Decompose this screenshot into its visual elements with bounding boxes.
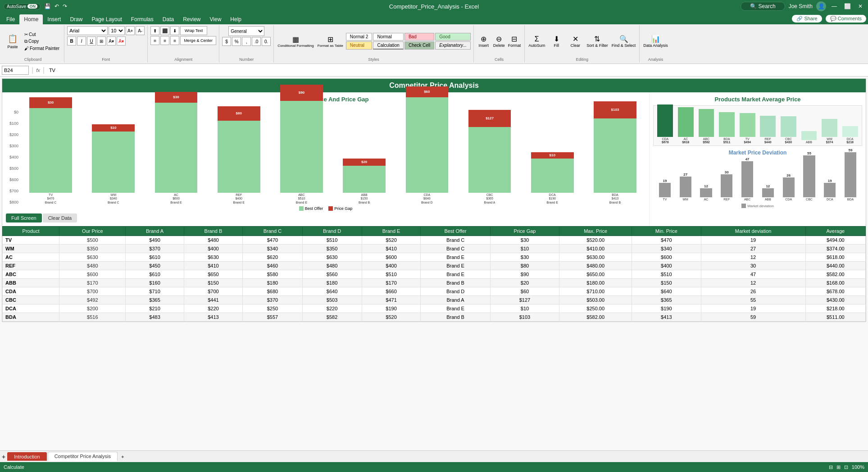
table-cell[interactable]: $520 (362, 313, 421, 322)
cut-button[interactable]: ✂ Cut (23, 32, 61, 37)
table-cell[interactable]: $350 (302, 245, 362, 253)
table-cell[interactable]: Brand C (421, 245, 490, 253)
decrease-decimal-btn[interactable]: 0. (262, 37, 271, 46)
table-cell[interactable]: Brand D (421, 287, 490, 296)
table-cell[interactable]: Brand C (421, 236, 490, 245)
table-cell[interactable]: $168.00 (805, 279, 865, 287)
table-cell[interactable]: $210 (126, 304, 184, 313)
table-cell[interactable]: $410.00 (559, 245, 632, 253)
table-cell[interactable]: $250.00 (559, 304, 632, 313)
table-cell[interactable]: $600 (362, 253, 421, 262)
comma-btn[interactable]: , (242, 37, 251, 46)
table-cell[interactable]: $630.00 (559, 253, 632, 262)
table-cell[interactable]: $503 (302, 296, 362, 304)
table-cell[interactable]: $400 (184, 245, 243, 253)
full-screen-btn[interactable]: Full Screen (6, 213, 42, 222)
table-cell[interactable]: $710 (126, 287, 184, 296)
table-cell[interactable]: $700 (59, 287, 126, 296)
merge-center-btn[interactable]: Merge & Center (180, 36, 216, 45)
table-cell[interactable]: $618.00 (805, 253, 865, 262)
cell-reference[interactable] (2, 66, 29, 75)
wrap-text-btn[interactable]: Wrap Text (180, 26, 207, 35)
insert-btn[interactable]: ⊕ Insert (477, 34, 491, 49)
redo-icon[interactable]: ↷ (63, 3, 67, 9)
autosave-toggle[interactable]: AutoSave ON (4, 3, 41, 10)
table-cell[interactable]: 12 (701, 253, 805, 262)
sort-filter-btn[interactable]: ⇅ Sort & Filter (586, 34, 609, 49)
table-cell[interactable]: $190 (632, 304, 701, 313)
table-cell[interactable]: $200 (59, 304, 126, 313)
tab-formulas[interactable]: Formulas (127, 14, 158, 24)
increase-decimal-btn[interactable]: .0 (252, 37, 261, 46)
font-name-select[interactable]: Arial (67, 26, 108, 35)
table-cell[interactable]: 12 (701, 279, 805, 287)
copy-button[interactable]: ⧉ Copy (23, 38, 61, 45)
table-cell[interactable]: WM (3, 245, 59, 253)
table-cell[interactable]: $410 (362, 245, 421, 253)
table-cell[interactable]: 26 (701, 287, 805, 296)
number-format-select[interactable]: General (228, 26, 264, 36)
table-cell[interactable]: $413 (632, 313, 701, 322)
comments-btn[interactable]: 💬 Comments (826, 15, 866, 23)
add-new-sheet-btn[interactable]: + (118, 453, 127, 461)
bold-btn[interactable]: B (67, 36, 76, 45)
table-cell[interactable]: $103 (490, 313, 559, 322)
table-cell[interactable]: TV (3, 236, 59, 245)
align-center-btn[interactable]: ≡ (160, 36, 169, 45)
align-middle-btn[interactable]: ⬛ (160, 26, 169, 35)
tab-draw[interactable]: Draw (65, 14, 87, 24)
undo-icon[interactable]: ↶ (55, 3, 59, 9)
tab-file[interactable]: File (2, 14, 19, 24)
table-cell[interactable]: $620 (243, 253, 302, 262)
format-painter-button[interactable]: 🖌 Format Painter (23, 45, 61, 51)
table-cell[interactable]: $127 (490, 296, 559, 304)
align-right-btn[interactable]: ≡ (170, 36, 179, 45)
table-cell[interactable]: $640 (302, 287, 362, 296)
italic-btn[interactable]: I (77, 36, 86, 45)
table-cell[interactable]: $370 (243, 296, 302, 304)
table-cell[interactable]: ABB (3, 279, 59, 287)
table-cell[interactable]: $470 (632, 236, 701, 245)
decrease-font-btn[interactable]: A- (136, 26, 145, 35)
table-cell[interactable]: $520.00 (559, 236, 632, 245)
table-cell[interactable]: $220 (302, 304, 362, 313)
clear-data-btn[interactable]: Clear Data (43, 213, 77, 222)
table-cell[interactable]: $10 (490, 304, 559, 313)
table-cell[interactable]: $580 (243, 270, 302, 279)
table-cell[interactable]: $480 (59, 262, 126, 270)
table-cell[interactable]: $160 (126, 279, 184, 287)
table-cell[interactable]: $90 (490, 270, 559, 279)
table-cell[interactable]: $60 (490, 287, 559, 296)
table-cell[interactable]: $10 (490, 245, 559, 253)
tab-review[interactable]: Review (178, 14, 205, 24)
minimize-btn[interactable]: — (830, 3, 839, 9)
table-cell[interactable]: $471 (362, 296, 421, 304)
tab-insert[interactable]: Insert (43, 14, 65, 24)
table-cell[interactable]: $582 (302, 313, 362, 322)
table-cell[interactable]: $500 (59, 236, 126, 245)
table-cell[interactable]: $483 (126, 313, 184, 322)
table-cell[interactable]: $510 (632, 270, 701, 279)
table-cell[interactable]: Brand E (421, 304, 490, 313)
table-cell[interactable]: $650.00 (559, 270, 632, 279)
table-cell[interactable]: Brand B (421, 279, 490, 287)
table-cell[interactable]: $710.00 (559, 287, 632, 296)
page-break-btn[interactable]: ⊡ (844, 464, 848, 470)
table-cell[interactable]: $340 (632, 245, 701, 253)
table-cell[interactable]: Brand E (421, 253, 490, 262)
table-cell[interactable]: Brand E (421, 270, 490, 279)
table-cell[interactable]: $503.00 (559, 296, 632, 304)
table-cell[interactable]: $510 (362, 270, 421, 279)
style-check-cell[interactable]: Check Cell (404, 41, 434, 50)
table-cell[interactable]: $30 (490, 253, 559, 262)
page-layout-btn[interactable]: ⊞ (836, 464, 841, 470)
increase-font-btn[interactable]: A+ (126, 26, 135, 35)
table-cell[interactable]: REF (3, 262, 59, 270)
table-cell[interactable]: $582.00 (559, 313, 632, 322)
table-cell[interactable]: $365 (126, 296, 184, 304)
style-explanatory[interactable]: Explanatory... (435, 41, 470, 50)
align-bottom-btn[interactable]: ⬇ (170, 26, 179, 35)
table-cell[interactable]: $490 (126, 236, 184, 245)
table-cell[interactable]: $400 (362, 262, 421, 270)
table-cell[interactable]: $80 (490, 262, 559, 270)
